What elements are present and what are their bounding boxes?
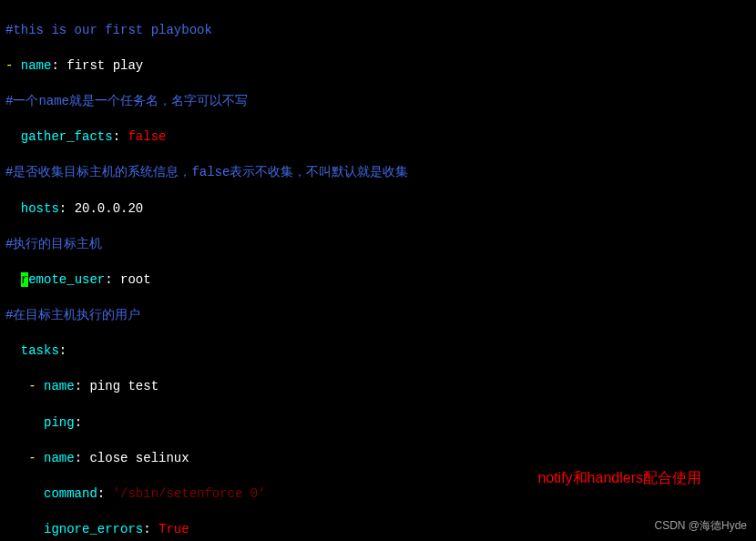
code-line: #this is our first playbook — [5, 22, 751, 40]
comment: #执行的目标主机 — [5, 237, 102, 251]
colon: : — [59, 343, 66, 358]
code-line: #一个name就是一个任务名，名字可以不写 — [5, 93, 751, 111]
indent — [5, 272, 21, 287]
dash: - — [5, 379, 44, 393]
code-line: remote_user: root — [5, 271, 751, 290]
value: '/sbin/setenforce 0' — [113, 486, 266, 501]
comment: #是否收集目标主机的系统信息，false表示不收集，不叫默认就是收集 — [5, 165, 408, 179]
code-line: #在目标主机执行的用户 — [5, 307, 751, 325]
terminal-output: #this is our first playbook - name: firs… — [0, 0, 756, 541]
annotation-text: notify和handlers配合使用 — [537, 468, 701, 488]
key: name — [44, 379, 75, 393]
key: tasks — [5, 343, 59, 358]
colon: : — [97, 486, 113, 501]
key: name — [21, 58, 52, 73]
comment: #this is our first playbook — [5, 23, 212, 37]
code-line: - name: close selinux — [5, 450, 751, 468]
colon: : — [75, 415, 82, 430]
colon: : — [59, 201, 75, 216]
colon: : — [143, 522, 158, 536]
cursor: r — [21, 272, 28, 287]
colon: : — [113, 129, 128, 144]
code-line: ping: — [5, 414, 751, 433]
watermark-text: CSDN @海德Hyde — [654, 518, 747, 534]
key: ignore_errors — [5, 522, 143, 536]
code-line: - name: ping test — [5, 378, 751, 396]
key: hosts — [5, 201, 59, 216]
value: ping test — [89, 379, 158, 393]
code-line: hosts: 20.0.0.20 — [5, 200, 751, 219]
colon: : — [75, 379, 90, 393]
code-line: #执行的目标主机 — [5, 236, 751, 254]
value: root — [120, 272, 151, 287]
key: ping — [5, 415, 75, 430]
key: name — [44, 451, 75, 465]
dash: - — [5, 451, 44, 465]
code-line: tasks: — [5, 342, 751, 361]
key: command — [5, 486, 97, 501]
code-line: - name: first play — [5, 57, 751, 76]
key: gather_facts — [5, 129, 113, 144]
colon: : — [75, 451, 90, 465]
comment: #在目标主机执行的用户 — [5, 308, 140, 322]
comment: #一个name就是一个任务名，名字可以不写 — [5, 94, 248, 108]
value: first play — [66, 58, 143, 73]
code-line: #是否收集目标主机的系统信息，false表示不收集，不叫默认就是收集 — [5, 164, 751, 182]
value: 20.0.0.20 — [75, 201, 144, 216]
value: false — [128, 129, 166, 144]
code-line: ignore_errors: True — [5, 521, 751, 539]
dash: - — [5, 58, 21, 73]
key: emote_user — [28, 272, 105, 287]
colon: : — [105, 272, 120, 287]
code-line: gather_facts: false — [5, 128, 751, 147]
colon: : — [51, 58, 66, 73]
value: True — [158, 522, 189, 536]
value: close selinux — [89, 451, 189, 465]
